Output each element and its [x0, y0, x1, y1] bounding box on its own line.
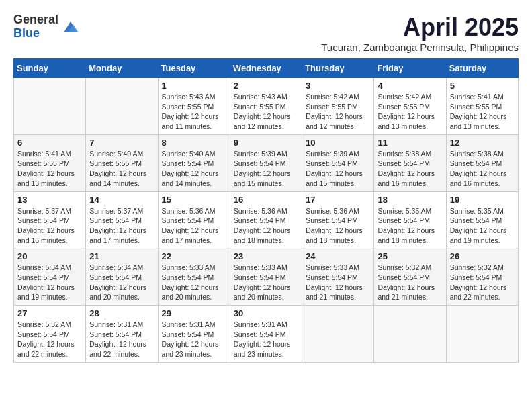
- cell-content: Sunrise: 5:32 AM Sunset: 5:54 PM Dayligh…: [378, 263, 442, 302]
- cell-content: Sunrise: 5:36 AM Sunset: 5:54 PM Dayligh…: [306, 206, 370, 246]
- cell-content: Sunrise: 5:38 AM Sunset: 5:54 PM Dayligh…: [450, 149, 515, 189]
- day-number: 27: [17, 308, 82, 318]
- day-number: 21: [89, 251, 154, 261]
- calendar-cell: 24Sunrise: 5:33 AM Sunset: 5:54 PM Dayli…: [302, 248, 374, 306]
- cell-content: Sunrise: 5:35 AM Sunset: 5:54 PM Dayligh…: [450, 206, 515, 246]
- day-number: 26: [450, 251, 515, 261]
- calendar-cell: [302, 306, 374, 363]
- calendar-cell: 16Sunrise: 5:36 AM Sunset: 5:54 PM Dayli…: [230, 191, 302, 248]
- day-header-monday: Monday: [86, 59, 158, 78]
- cell-content: Sunrise: 5:31 AM Sunset: 5:54 PM Dayligh…: [162, 320, 226, 359]
- day-header-thursday: Thursday: [302, 59, 374, 78]
- page-header: General Blue April 2025 Tucuran, Zamboan…: [13, 13, 519, 53]
- calendar-cell: 6Sunrise: 5:41 AM Sunset: 5:55 PM Daylig…: [14, 134, 86, 191]
- cell-content: Sunrise: 5:38 AM Sunset: 5:54 PM Dayligh…: [378, 149, 442, 189]
- day-number: 11: [378, 138, 442, 148]
- cell-content: Sunrise: 5:32 AM Sunset: 5:54 PM Dayligh…: [450, 263, 515, 302]
- day-number: 1: [162, 81, 226, 91]
- cell-content: Sunrise: 5:42 AM Sunset: 5:55 PM Dayligh…: [306, 92, 370, 132]
- calendar-cell: 12Sunrise: 5:38 AM Sunset: 5:54 PM Dayli…: [446, 134, 518, 191]
- location-subtitle: Tucuran, Zamboanga Peninsula, Philippine…: [321, 42, 519, 53]
- day-number: 23: [234, 251, 298, 261]
- calendar-cell: 30Sunrise: 5:31 AM Sunset: 5:54 PM Dayli…: [230, 306, 302, 363]
- calendar-cell: [14, 78, 86, 135]
- cell-content: Sunrise: 5:34 AM Sunset: 5:54 PM Dayligh…: [89, 263, 154, 302]
- cell-content: Sunrise: 5:32 AM Sunset: 5:54 PM Dayligh…: [17, 320, 82, 359]
- day-number: 13: [17, 195, 82, 205]
- logo: General Blue: [13, 13, 80, 40]
- calendar-cell: 25Sunrise: 5:32 AM Sunset: 5:54 PM Dayli…: [374, 248, 446, 306]
- day-header-friday: Friday: [374, 59, 446, 78]
- day-number: 14: [89, 195, 154, 205]
- calendar-cell: 20Sunrise: 5:34 AM Sunset: 5:54 PM Dayli…: [14, 248, 86, 306]
- calendar-header-row: SundayMondayTuesdayWednesdayThursdayFrid…: [14, 59, 519, 78]
- calendar-cell: 28Sunrise: 5:31 AM Sunset: 5:54 PM Dayli…: [86, 306, 158, 363]
- day-number: 15: [162, 195, 226, 205]
- day-header-wednesday: Wednesday: [230, 59, 302, 78]
- cell-content: Sunrise: 5:39 AM Sunset: 5:54 PM Dayligh…: [306, 149, 370, 189]
- day-header-tuesday: Tuesday: [158, 59, 230, 78]
- calendar-cell: [446, 306, 518, 363]
- cell-content: Sunrise: 5:31 AM Sunset: 5:54 PM Dayligh…: [89, 320, 154, 359]
- logo-general-text: General: [13, 13, 58, 27]
- calendar-cell: 4Sunrise: 5:42 AM Sunset: 5:55 PM Daylig…: [374, 78, 446, 135]
- day-number: 16: [234, 195, 298, 205]
- calendar-week-row: 20Sunrise: 5:34 AM Sunset: 5:54 PM Dayli…: [14, 248, 519, 306]
- day-header-saturday: Saturday: [446, 59, 518, 78]
- day-number: 18: [378, 195, 442, 205]
- day-header-sunday: Sunday: [14, 59, 86, 78]
- day-number: 19: [450, 195, 515, 205]
- day-number: 28: [89, 308, 154, 318]
- cell-content: Sunrise: 5:42 AM Sunset: 5:55 PM Dayligh…: [378, 92, 442, 132]
- calendar-cell: 19Sunrise: 5:35 AM Sunset: 5:54 PM Dayli…: [446, 191, 518, 248]
- day-number: 3: [306, 81, 370, 91]
- day-number: 8: [162, 138, 226, 148]
- calendar-cell: 3Sunrise: 5:42 AM Sunset: 5:55 PM Daylig…: [302, 78, 374, 135]
- calendar-cell: 22Sunrise: 5:33 AM Sunset: 5:54 PM Dayli…: [158, 248, 230, 306]
- day-number: 2: [234, 81, 298, 91]
- calendar-cell: 8Sunrise: 5:40 AM Sunset: 5:54 PM Daylig…: [158, 134, 230, 191]
- cell-content: Sunrise: 5:34 AM Sunset: 5:54 PM Dayligh…: [17, 263, 82, 302]
- cell-content: Sunrise: 5:36 AM Sunset: 5:54 PM Dayligh…: [162, 206, 226, 246]
- calendar-week-row: 6Sunrise: 5:41 AM Sunset: 5:55 PM Daylig…: [14, 134, 519, 191]
- calendar-cell: 9Sunrise: 5:39 AM Sunset: 5:54 PM Daylig…: [230, 134, 302, 191]
- calendar-week-row: 1Sunrise: 5:43 AM Sunset: 5:55 PM Daylig…: [14, 78, 519, 135]
- title-section: April 2025 Tucuran, Zamboanga Peninsula,…: [321, 13, 519, 53]
- cell-content: Sunrise: 5:31 AM Sunset: 5:54 PM Dayligh…: [234, 320, 298, 359]
- calendar-cell: 5Sunrise: 5:41 AM Sunset: 5:55 PM Daylig…: [446, 78, 518, 135]
- cell-content: Sunrise: 5:40 AM Sunset: 5:55 PM Dayligh…: [89, 149, 154, 189]
- cell-content: Sunrise: 5:41 AM Sunset: 5:55 PM Dayligh…: [450, 92, 515, 132]
- calendar-cell: [86, 78, 158, 135]
- day-number: 30: [234, 308, 298, 318]
- calendar-cell: 29Sunrise: 5:31 AM Sunset: 5:54 PM Dayli…: [158, 306, 230, 363]
- cell-content: Sunrise: 5:39 AM Sunset: 5:54 PM Dayligh…: [234, 149, 298, 189]
- cell-content: Sunrise: 5:36 AM Sunset: 5:54 PM Dayligh…: [234, 206, 298, 246]
- day-number: 7: [89, 138, 154, 148]
- cell-content: Sunrise: 5:37 AM Sunset: 5:54 PM Dayligh…: [89, 206, 154, 246]
- day-number: 12: [450, 138, 515, 148]
- day-number: 9: [234, 138, 298, 148]
- calendar-cell: 23Sunrise: 5:33 AM Sunset: 5:54 PM Dayli…: [230, 248, 302, 306]
- calendar-cell: 17Sunrise: 5:36 AM Sunset: 5:54 PM Dayli…: [302, 191, 374, 248]
- calendar-cell: 21Sunrise: 5:34 AM Sunset: 5:54 PM Dayli…: [86, 248, 158, 306]
- calendar-cell: 18Sunrise: 5:35 AM Sunset: 5:54 PM Dayli…: [374, 191, 446, 248]
- cell-content: Sunrise: 5:41 AM Sunset: 5:55 PM Dayligh…: [17, 149, 82, 189]
- calendar-cell: 26Sunrise: 5:32 AM Sunset: 5:54 PM Dayli…: [446, 248, 518, 306]
- day-number: 6: [17, 138, 82, 148]
- day-number: 24: [306, 251, 370, 261]
- cell-content: Sunrise: 5:33 AM Sunset: 5:54 PM Dayligh…: [162, 263, 226, 302]
- calendar-week-row: 13Sunrise: 5:37 AM Sunset: 5:54 PM Dayli…: [14, 191, 519, 248]
- calendar-week-row: 27Sunrise: 5:32 AM Sunset: 5:54 PM Dayli…: [14, 306, 519, 363]
- cell-content: Sunrise: 5:33 AM Sunset: 5:54 PM Dayligh…: [234, 263, 298, 302]
- calendar-cell: 13Sunrise: 5:37 AM Sunset: 5:54 PM Dayli…: [14, 191, 86, 248]
- calendar-cell: 7Sunrise: 5:40 AM Sunset: 5:55 PM Daylig…: [86, 134, 158, 191]
- calendar-cell: 27Sunrise: 5:32 AM Sunset: 5:54 PM Dayli…: [14, 306, 86, 363]
- cell-content: Sunrise: 5:43 AM Sunset: 5:55 PM Dayligh…: [234, 92, 298, 132]
- day-number: 25: [378, 251, 442, 261]
- calendar-cell: 2Sunrise: 5:43 AM Sunset: 5:55 PM Daylig…: [230, 78, 302, 135]
- month-year-title: April 2025: [321, 13, 519, 42]
- day-number: 17: [306, 195, 370, 205]
- cell-content: Sunrise: 5:37 AM Sunset: 5:54 PM Dayligh…: [17, 206, 82, 246]
- cell-content: Sunrise: 5:35 AM Sunset: 5:54 PM Dayligh…: [378, 206, 442, 246]
- calendar-cell: 15Sunrise: 5:36 AM Sunset: 5:54 PM Dayli…: [158, 191, 230, 248]
